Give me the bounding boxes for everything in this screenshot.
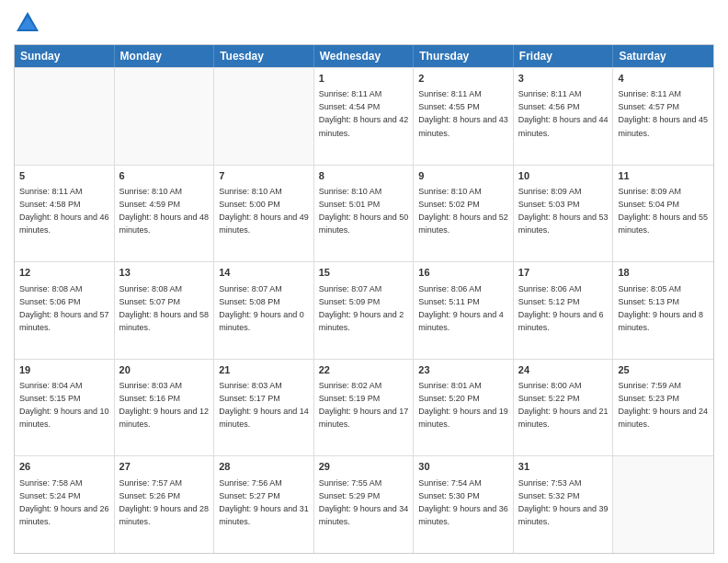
calendar-cell: 28 Sunrise: 7:56 AMSunset: 5:27 PMDaylig… (214, 456, 314, 553)
calendar-cell: 22 Sunrise: 8:02 AMSunset: 5:19 PMDaylig… (314, 360, 415, 456)
day-header: Sunday (15, 45, 115, 67)
day-header: Saturday (613, 45, 713, 67)
day-number: 17 (518, 266, 609, 280)
day-info: Sunrise: 8:09 AMSunset: 5:03 PMDaylight:… (518, 187, 609, 235)
day-info: Sunrise: 8:08 AMSunset: 5:07 PMDaylight:… (119, 284, 210, 332)
calendar-cell (15, 68, 115, 165)
day-info: Sunrise: 7:56 AMSunset: 5:27 PMDaylight:… (219, 478, 309, 526)
day-info: Sunrise: 7:55 AMSunset: 5:29 PMDaylight:… (319, 478, 409, 526)
calendar-header: SundayMondayTuesdayWednesdayThursdayFrid… (15, 45, 713, 67)
calendar-cell: 11 Sunrise: 8:09 AMSunset: 5:04 PMDaylig… (613, 166, 713, 262)
day-number: 23 (418, 363, 508, 377)
calendar-cell: 18 Sunrise: 8:05 AMSunset: 5:13 PMDaylig… (613, 262, 713, 359)
day-info: Sunrise: 8:00 AMSunset: 5:22 PMDaylight:… (518, 381, 609, 429)
day-info: Sunrise: 8:10 AMSunset: 5:01 PMDaylight:… (319, 187, 409, 235)
calendar-cell: 6 Sunrise: 8:10 AMSunset: 4:59 PMDayligh… (115, 166, 215, 262)
day-number: 12 (19, 266, 109, 280)
day-number: 4 (618, 72, 709, 86)
calendar-container: SundayMondayTuesdayWednesdayThursdayFrid… (0, 0, 728, 563)
day-header: Wednesday (314, 45, 415, 67)
day-number: 1 (319, 72, 409, 86)
day-header: Friday (514, 45, 614, 67)
day-number: 22 (319, 363, 409, 377)
day-info: Sunrise: 8:03 AMSunset: 5:16 PMDaylight:… (119, 381, 210, 429)
day-info: Sunrise: 7:57 AMSunset: 5:26 PMDaylight:… (119, 478, 210, 526)
calendar-cell (613, 456, 713, 553)
day-header: Monday (115, 45, 215, 67)
day-number: 20 (119, 363, 210, 377)
logo (14, 9, 45, 37)
calendar-row: 5 Sunrise: 8:11 AMSunset: 4:58 PMDayligh… (15, 165, 713, 262)
calendar-cell: 30 Sunrise: 7:54 AMSunset: 5:30 PMDaylig… (414, 456, 514, 553)
calendar-cell (214, 68, 314, 165)
day-info: Sunrise: 8:04 AMSunset: 5:15 PMDaylight:… (19, 381, 109, 429)
calendar-cell: 20 Sunrise: 8:03 AMSunset: 5:16 PMDaylig… (115, 360, 215, 456)
day-number: 31 (518, 460, 609, 474)
calendar-cell: 14 Sunrise: 8:07 AMSunset: 5:08 PMDaylig… (214, 262, 314, 359)
day-info: Sunrise: 7:59 AMSunset: 5:23 PMDaylight:… (618, 381, 708, 429)
day-info: Sunrise: 8:10 AMSunset: 4:59 PMDaylight:… (119, 187, 210, 235)
calendar-cell: 10 Sunrise: 8:09 AMSunset: 5:03 PMDaylig… (514, 166, 614, 262)
calendar-cell: 12 Sunrise: 8:08 AMSunset: 5:06 PMDaylig… (15, 262, 115, 359)
day-number: 6 (119, 169, 210, 183)
day-info: Sunrise: 8:10 AMSunset: 5:00 PMDaylight:… (219, 187, 309, 235)
calendar-cell: 19 Sunrise: 8:04 AMSunset: 5:15 PMDaylig… (15, 360, 115, 456)
day-info: Sunrise: 8:07 AMSunset: 5:08 PMDaylight:… (219, 284, 304, 332)
calendar-row: 26 Sunrise: 7:58 AMSunset: 5:24 PMDaylig… (15, 455, 713, 553)
logo-icon (14, 9, 41, 37)
day-info: Sunrise: 8:11 AMSunset: 4:57 PMDaylight:… (618, 89, 708, 137)
day-info: Sunrise: 8:09 AMSunset: 5:04 PMDaylight:… (618, 187, 708, 235)
day-number: 5 (19, 169, 109, 183)
calendar-cell: 26 Sunrise: 7:58 AMSunset: 5:24 PMDaylig… (15, 456, 115, 553)
day-info: Sunrise: 8:07 AMSunset: 5:09 PMDaylight:… (319, 284, 404, 332)
calendar-cell: 13 Sunrise: 8:08 AMSunset: 5:07 PMDaylig… (115, 262, 215, 359)
day-info: Sunrise: 8:06 AMSunset: 5:12 PMDaylight:… (518, 284, 604, 332)
day-number: 13 (119, 266, 210, 280)
day-number: 2 (418, 72, 508, 86)
day-number: 14 (219, 266, 309, 280)
calendar-cell: 21 Sunrise: 8:03 AMSunset: 5:17 PMDaylig… (214, 360, 314, 456)
header (14, 9, 714, 37)
day-info: Sunrise: 8:06 AMSunset: 5:11 PMDaylight:… (418, 284, 504, 332)
day-number: 26 (19, 460, 109, 474)
day-number: 25 (618, 363, 709, 377)
day-info: Sunrise: 8:11 AMSunset: 4:55 PMDaylight:… (418, 89, 508, 137)
calendar-cell: 2 Sunrise: 8:11 AMSunset: 4:55 PMDayligh… (414, 68, 514, 165)
day-info: Sunrise: 7:58 AMSunset: 5:24 PMDaylight:… (19, 478, 109, 526)
day-info: Sunrise: 8:10 AMSunset: 5:02 PMDaylight:… (418, 187, 508, 235)
calendar-cell: 25 Sunrise: 7:59 AMSunset: 5:23 PMDaylig… (613, 360, 713, 456)
calendar-cell: 4 Sunrise: 8:11 AMSunset: 4:57 PMDayligh… (613, 68, 713, 165)
calendar-cell: 31 Sunrise: 7:53 AMSunset: 5:32 PMDaylig… (514, 456, 614, 553)
day-info: Sunrise: 8:08 AMSunset: 5:06 PMDaylight:… (19, 284, 109, 332)
calendar-cell: 24 Sunrise: 8:00 AMSunset: 5:22 PMDaylig… (514, 360, 614, 456)
calendar: SundayMondayTuesdayWednesdayThursdayFrid… (14, 44, 714, 554)
calendar-cell: 23 Sunrise: 8:01 AMSunset: 5:20 PMDaylig… (414, 360, 514, 456)
calendar-row: 1 Sunrise: 8:11 AMSunset: 4:54 PMDayligh… (15, 67, 713, 165)
day-number: 15 (319, 266, 409, 280)
calendar-cell: 27 Sunrise: 7:57 AMSunset: 5:26 PMDaylig… (115, 456, 215, 553)
day-number: 24 (518, 363, 609, 377)
day-number: 9 (418, 169, 508, 183)
day-info: Sunrise: 8:02 AMSunset: 5:19 PMDaylight:… (319, 381, 409, 429)
calendar-cell: 1 Sunrise: 8:11 AMSunset: 4:54 PMDayligh… (314, 68, 415, 165)
day-number: 7 (219, 169, 309, 183)
day-number: 30 (418, 460, 508, 474)
day-number: 28 (219, 460, 309, 474)
calendar-cell (115, 68, 215, 165)
calendar-cell: 16 Sunrise: 8:06 AMSunset: 5:11 PMDaylig… (414, 262, 514, 359)
day-number: 3 (518, 72, 609, 86)
calendar-cell: 3 Sunrise: 8:11 AMSunset: 4:56 PMDayligh… (514, 68, 614, 165)
day-info: Sunrise: 7:53 AMSunset: 5:32 PMDaylight:… (518, 478, 609, 526)
day-number: 11 (618, 169, 709, 183)
day-number: 10 (518, 169, 609, 183)
calendar-cell: 8 Sunrise: 8:10 AMSunset: 5:01 PMDayligh… (314, 166, 415, 262)
calendar-cell: 29 Sunrise: 7:55 AMSunset: 5:29 PMDaylig… (314, 456, 415, 553)
day-number: 19 (19, 363, 109, 377)
calendar-cell: 5 Sunrise: 8:11 AMSunset: 4:58 PMDayligh… (15, 166, 115, 262)
day-number: 27 (119, 460, 210, 474)
day-header: Tuesday (214, 45, 314, 67)
day-number: 29 (319, 460, 409, 474)
day-info: Sunrise: 8:03 AMSunset: 5:17 PMDaylight:… (219, 381, 309, 429)
calendar-row: 19 Sunrise: 8:04 AMSunset: 5:15 PMDaylig… (15, 359, 713, 456)
calendar-cell: 9 Sunrise: 8:10 AMSunset: 5:02 PMDayligh… (414, 166, 514, 262)
